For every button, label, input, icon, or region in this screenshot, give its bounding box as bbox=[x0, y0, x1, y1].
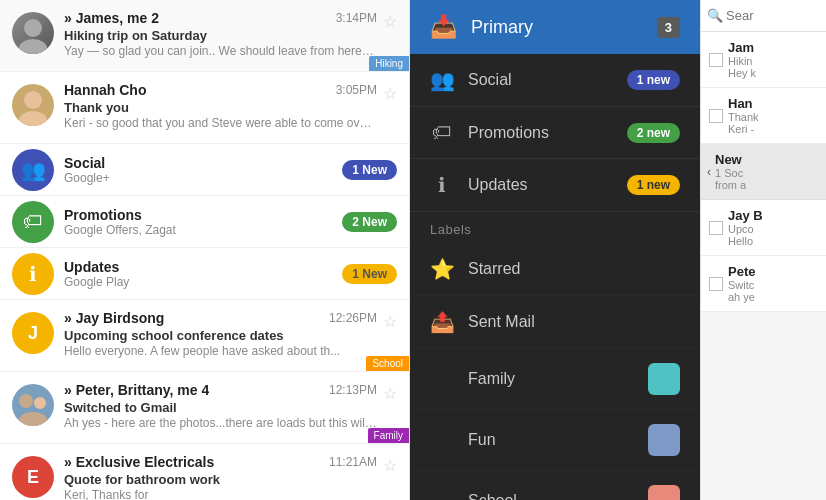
avatar-james bbox=[12, 12, 54, 54]
avatar-hannah bbox=[12, 84, 54, 126]
label-name-fun: Fun bbox=[468, 431, 648, 449]
email-subject-hannah: Thank you bbox=[64, 100, 377, 115]
email-sender-jay: » Jay Birdsong bbox=[64, 310, 164, 326]
email-subject-james: Hiking trip on Saturday bbox=[64, 28, 377, 43]
right-item-jam[interactable]: Jam Hikin Hey k bbox=[701, 32, 826, 88]
category-sub-promotions: Google Offers, Zagat bbox=[64, 223, 342, 237]
email-sender-exclusive: » Exclusive Electricals bbox=[64, 454, 214, 470]
checkbox-jay-right[interactable] bbox=[709, 221, 723, 235]
label-row-family[interactable]: Family bbox=[410, 349, 700, 410]
badge-promotions: 2 New bbox=[342, 212, 397, 232]
email-item-hannah[interactable]: Hannah Cho 3:05PM Thank you Keri - so go… bbox=[0, 72, 409, 144]
sentmail-icon: 📤 bbox=[430, 310, 454, 334]
email-preview-james: Yay — so glad you can join.. We should l… bbox=[64, 44, 377, 58]
family-color-swatch bbox=[648, 363, 680, 395]
label-name-family: Family bbox=[468, 370, 648, 388]
email-list-panel: » James, me 2 3:14PM Hiking trip on Satu… bbox=[0, 0, 410, 500]
fun-color-swatch bbox=[648, 424, 680, 456]
primary-tab-label: Primary bbox=[471, 17, 657, 38]
svg-point-5 bbox=[34, 397, 46, 409]
email-subject-jay: Upcoming school conference dates bbox=[64, 328, 377, 343]
badge-updates: 1 New bbox=[342, 264, 397, 284]
email-subject-peter: Switched to Gmail bbox=[64, 400, 377, 415]
email-time-exclusive: 11:21AM bbox=[329, 455, 377, 469]
email-preview-peter: Ah yes - here are the photos...there are… bbox=[64, 416, 377, 430]
checkbox-jam[interactable] bbox=[709, 53, 723, 67]
search-input[interactable] bbox=[726, 8, 820, 23]
labels-section-header: Labels bbox=[410, 212, 700, 243]
search-icon: 🔍 bbox=[707, 8, 723, 23]
svg-point-6 bbox=[19, 412, 47, 426]
right-preview-han: Thank Keri - bbox=[728, 111, 759, 135]
category-body-promotions: Promotions Google Offers, Zagat bbox=[64, 207, 342, 237]
category-sub-updates: Google Play bbox=[64, 275, 342, 289]
avatar-exclusive: E bbox=[12, 456, 54, 498]
star-icon-peter[interactable]: ☆ bbox=[383, 384, 397, 403]
mid-social-label: Social bbox=[468, 71, 627, 89]
primary-tab-row[interactable]: 📥 Primary 3 bbox=[410, 0, 700, 54]
label-row-sentmail[interactable]: 📤 Sent Mail bbox=[410, 296, 700, 349]
star-icon-exclusive[interactable]: ☆ bbox=[383, 456, 397, 475]
star-icon-hannah[interactable]: ☆ bbox=[383, 84, 397, 103]
badge-social: 1 New bbox=[342, 160, 397, 180]
updates-category-icon: ℹ bbox=[12, 253, 54, 295]
email-item-exclusive[interactable]: E » Exclusive Electricals 11:21AM Quote … bbox=[0, 444, 409, 500]
email-item-peter[interactable]: » Peter, Brittany, me 4 12:13PM Switched… bbox=[0, 372, 409, 444]
right-sender-jay-right: Jay B bbox=[728, 208, 763, 223]
email-preview-hannah: Keri - so good that you and Steve were a… bbox=[64, 116, 377, 130]
svg-point-0 bbox=[24, 19, 42, 37]
checkbox-pete[interactable] bbox=[709, 277, 723, 291]
email-preview-exclusive: Keri, Thanks for bbox=[64, 488, 377, 500]
right-preview-jay-right: Upco Hello bbox=[728, 223, 763, 247]
mid-social-icon: 👥 bbox=[430, 68, 454, 92]
right-item-han[interactable]: Han Thank Keri - bbox=[701, 88, 826, 144]
mid-row-social[interactable]: 👥 Social 1 new bbox=[410, 54, 700, 107]
right-preview-pete: Switc ah ye bbox=[728, 279, 755, 303]
starred-icon: ⭐ bbox=[430, 257, 454, 281]
mid-row-promotions[interactable]: 🏷 Promotions 2 new bbox=[410, 107, 700, 159]
email-time-james: 3:14PM bbox=[336, 11, 377, 25]
category-body-social: Social Google+ bbox=[64, 155, 342, 185]
email-body-exclusive: » Exclusive Electricals 11:21AM Quote fo… bbox=[64, 454, 377, 500]
right-nav-button[interactable]: ‹ New 1 Soc from a bbox=[701, 144, 826, 200]
email-sender-james: » James, me 2 bbox=[64, 10, 159, 26]
tag-family-peter: Family bbox=[368, 428, 409, 443]
star-icon-james[interactable]: ☆ bbox=[383, 12, 397, 31]
label-name-starred: Starred bbox=[468, 260, 680, 278]
primary-tab-count: 3 bbox=[657, 17, 680, 38]
right-item-jay[interactable]: Jay B Upco Hello bbox=[701, 200, 826, 256]
category-body-updates: Updates Google Play bbox=[64, 259, 342, 289]
search-bar[interactable]: 🔍 bbox=[701, 0, 826, 32]
right-item-pete[interactable]: Pete Switc ah ye bbox=[701, 256, 826, 312]
checkbox-han[interactable] bbox=[709, 109, 723, 123]
right-sender-jam: Jam bbox=[728, 40, 756, 55]
mid-badge-updates: 1 new bbox=[627, 175, 680, 195]
category-item-social[interactable]: 👥 Social Google+ 1 New bbox=[0, 144, 409, 196]
tag-hiking-james: Hiking bbox=[369, 56, 409, 71]
email-time-jay: 12:26PM bbox=[329, 311, 377, 325]
email-item-jay[interactable]: J » Jay Birdsong 12:26PM Upcoming school… bbox=[0, 300, 409, 372]
star-icon-jay[interactable]: ☆ bbox=[383, 312, 397, 331]
category-name-promotions: Promotions bbox=[64, 207, 342, 223]
email-body-james: » James, me 2 3:14PM Hiking trip on Satu… bbox=[64, 10, 377, 58]
right-narrow-panel: 🔍 Jam Hikin Hey k Han Thank Keri - bbox=[700, 0, 826, 500]
email-body-hannah: Hannah Cho 3:05PM Thank you Keri - so go… bbox=[64, 82, 377, 130]
email-item-james[interactable]: » James, me 2 3:14PM Hiking trip on Satu… bbox=[0, 0, 409, 72]
tag-school-jay: School bbox=[366, 356, 409, 371]
social-category-icon: 👥 bbox=[12, 149, 54, 191]
avatar-peter bbox=[12, 384, 54, 426]
category-item-promotions[interactable]: 🏷 Promotions Google Offers, Zagat 2 New bbox=[0, 196, 409, 248]
mid-updates-icon: ℹ bbox=[430, 173, 454, 197]
mid-row-updates[interactable]: ℹ Updates 1 new bbox=[410, 159, 700, 212]
svg-point-1 bbox=[19, 39, 47, 54]
right-sender-han: Han bbox=[728, 96, 759, 111]
category-item-updates[interactable]: ℹ Updates Google Play 1 New bbox=[0, 248, 409, 300]
category-name-updates: Updates bbox=[64, 259, 342, 275]
email-sender-peter: » Peter, Brittany, me 4 bbox=[64, 382, 209, 398]
email-body-jay: » Jay Birdsong 12:26PM Upcoming school c… bbox=[64, 310, 377, 358]
label-row-starred[interactable]: ⭐ Starred bbox=[410, 243, 700, 296]
label-row-school[interactable]: School bbox=[410, 471, 700, 500]
email-preview-jay: Hello everyone. A few people have asked … bbox=[64, 344, 377, 358]
right-preview-jam: Hikin Hey k bbox=[728, 55, 756, 79]
label-row-fun[interactable]: Fun bbox=[410, 410, 700, 471]
